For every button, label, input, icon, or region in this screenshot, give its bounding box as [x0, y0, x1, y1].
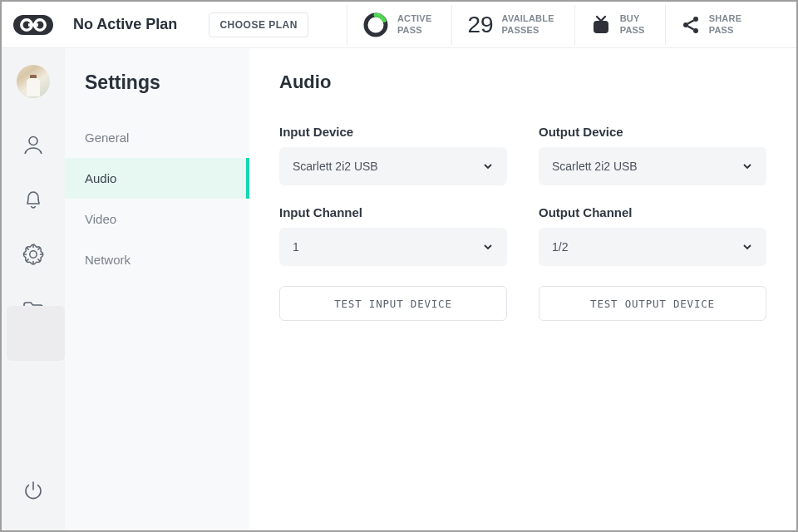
- active-pass-block[interactable]: ACTIVE PASS: [347, 5, 449, 45]
- svg-point-9: [29, 137, 37, 145]
- output-device-label: Output Device: [539, 125, 766, 139]
- rail-active-highlight: [7, 306, 65, 361]
- chevron-down-icon: [741, 160, 753, 172]
- choose-plan-button[interactable]: CHOOSE PLAN: [209, 12, 308, 37]
- input-device-select[interactable]: Scarlett 2i2 USB: [279, 147, 507, 185]
- output-channel-field: Output Channel 1/2: [539, 205, 766, 266]
- settings-title: Settings: [65, 48, 249, 117]
- rail-profile-button[interactable]: [10, 121, 57, 168]
- chevron-down-icon: [482, 241, 494, 253]
- left-rail: [2, 48, 65, 530]
- avatar[interactable]: [17, 65, 50, 98]
- progress-ring-icon: [362, 12, 389, 38]
- nav-item-network[interactable]: Network: [65, 239, 249, 280]
- output-device-value: Scarlett 2i2 USB: [552, 160, 638, 173]
- nav-item-general[interactable]: General: [65, 117, 249, 158]
- share-icon: [681, 15, 701, 35]
- test-output-button[interactable]: TEST OUTPUT DEVICE: [539, 286, 766, 321]
- buy-pass-block[interactable]: BUY PASS: [574, 5, 662, 45]
- buy-pass-label: BUY PASS: [620, 13, 645, 35]
- chevron-down-icon: [482, 160, 494, 172]
- nav-item-audio[interactable]: Audio: [65, 158, 249, 199]
- plan-title: No Active Plan: [73, 16, 177, 33]
- input-device-label: Input Device: [279, 125, 507, 139]
- share-pass-block[interactable]: SHARE PASS: [665, 5, 746, 45]
- output-device-field: Output Device Scarlett 2i2 USB: [539, 125, 766, 185]
- input-channel-field: Input Channel 1: [279, 205, 507, 266]
- content-title: Audio: [279, 71, 766, 93]
- active-pass-label: ACTIVE PASS: [397, 13, 432, 35]
- input-device-value: Scarlett 2i2 USB: [293, 160, 378, 173]
- app-logo: [12, 12, 55, 37]
- input-channel-select[interactable]: 1: [279, 228, 507, 266]
- share-pass-label: SHARE PASS: [709, 13, 742, 35]
- chevron-down-icon: [741, 241, 753, 253]
- settings-nav: Settings General Audio Video Network: [65, 48, 249, 530]
- svg-rect-3: [28, 23, 38, 27]
- nav-item-video[interactable]: Video: [65, 199, 249, 239]
- available-passes-label: AVAILABLE PASSES: [502, 13, 554, 35]
- test-input-button[interactable]: TEST INPUT DEVICE: [279, 286, 507, 321]
- header: No Active Plan CHOOSE PLAN ACTIVE PASS 2…: [2, 2, 796, 48]
- input-device-field: Input Device Scarlett 2i2 USB: [279, 125, 507, 185]
- output-channel-label: Output Channel: [539, 205, 766, 219]
- rail-power-button[interactable]: [10, 467, 57, 514]
- content-panel: Audio Input Device Scarlett 2i2 USB Outp…: [249, 48, 796, 530]
- svg-point-10: [30, 251, 37, 258]
- available-passes-block[interactable]: 29 AVAILABLE PASSES: [451, 5, 570, 45]
- input-channel-label: Input Channel: [279, 205, 507, 219]
- rail-notifications-button[interactable]: [10, 176, 57, 223]
- available-passes-count: 29: [467, 12, 493, 38]
- rail-settings-button[interactable]: [10, 231, 57, 278]
- output-channel-value: 1/2: [552, 240, 568, 254]
- output-channel-select[interactable]: 1/2: [539, 228, 766, 266]
- svg-rect-5: [594, 21, 608, 33]
- tv-icon: [590, 15, 612, 35]
- input-channel-value: 1: [293, 240, 299, 254]
- output-device-select[interactable]: Scarlett 2i2 USB: [539, 147, 766, 185]
